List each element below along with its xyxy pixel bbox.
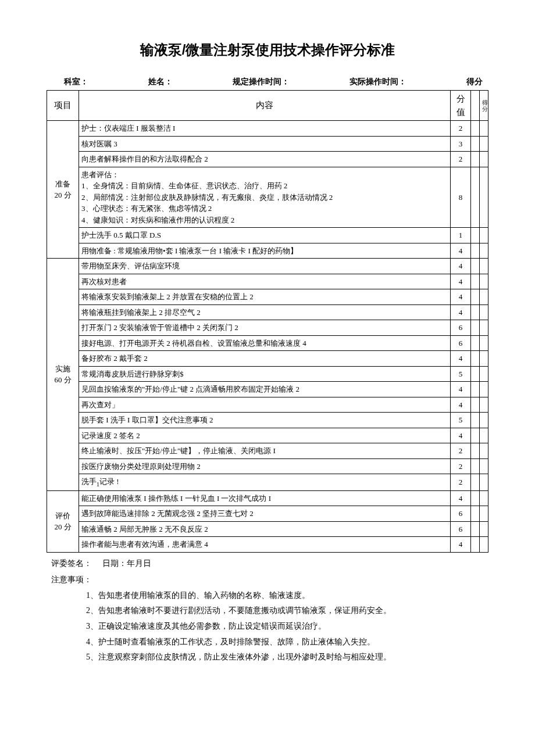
got-cell [480, 458, 488, 474]
got-cell [480, 167, 488, 228]
content-cell: 能正确使用输液泵 I 操作熟练 I 一针见血 I 一次排气成功 I [79, 490, 451, 506]
content-cell: 护士：仪表端庄 I 服装整洁 I [79, 121, 451, 137]
date-label: 日期：年月日 [102, 559, 151, 568]
table-row: 患者评估：1、全身情况：目前病情、生命体征、意识状态、治疗、用药 22、局部情况… [47, 167, 488, 228]
blank-cell [471, 474, 480, 491]
header-blank [471, 91, 480, 121]
table-row: 将输液泵安装到输液架上 2 并放置在安稳的位置上 24 [47, 289, 488, 305]
got-cell [480, 366, 488, 382]
got-cell [480, 506, 488, 522]
score-cell: 4 [451, 537, 471, 553]
content-cell: 常规消毒皮肤后进行静脉穿刺$ [79, 366, 451, 382]
blank-cell [471, 413, 480, 428]
label-dept: 科室： [64, 77, 88, 87]
got-cell [480, 335, 488, 351]
blank-cell [471, 490, 480, 506]
score-cell: 6 [451, 506, 471, 522]
table-row: 用物准备 : 常规输液用物•套 I 输液泵一台 I 输液卡 I 配好的药物】4 [47, 243, 488, 259]
score-cell: 2 [451, 443, 471, 459]
score-cell: 4 [451, 243, 471, 259]
got-cell [480, 289, 488, 305]
blank-cell [471, 537, 480, 553]
table-row: 接好电源、打开电源开关 2 待机器自检、设置输液总量和输液速度 46 [47, 335, 488, 351]
blank-cell [471, 274, 480, 289]
table-row: 评价20 分能正确使用输液泵 I 操作熟练 I 一针见血 I 一次排气成功 I4 [47, 490, 488, 506]
score-cell: 2 [451, 152, 471, 167]
table-row: 遇到故障能迅速排除 2 无菌观念强 2 坚持三查七对 26 [47, 506, 488, 522]
blank-cell [471, 506, 480, 522]
content-cell: 将输液瓶挂到输液架上 2 排尽空气 2 [79, 304, 451, 320]
blank-cell [471, 167, 480, 228]
content-cell: 按医疗废物分类处理原则处理用物 2 [79, 458, 451, 474]
scoring-table: 项目 内容 分值 得分 准备20 分护士：仪表端庄 I 服装整洁 I2核对医嘱 … [47, 90, 488, 553]
table-row: 实施60 分带用物至床旁、评估病室环境4 [47, 259, 488, 274]
content-cell: 备好胶布 2 戴手套 2 [79, 351, 451, 367]
label-act-time: 实际操作时间： [349, 77, 406, 87]
score-cell: 2 [451, 458, 471, 474]
got-cell [480, 413, 488, 428]
blank-cell [471, 289, 480, 305]
content-cell: 将输液泵安装到输液架上 2 并放置在安稳的位置上 2 [79, 289, 451, 305]
note-item: 注意观察穿刺部位皮肤情况，防止发生液体外渗，出现外渗时及时给与相应处理。 [86, 650, 488, 665]
blank-cell [471, 152, 480, 167]
content-cell: 护士洗手 0.5 戴口罩 D.S [79, 228, 451, 243]
note-item: 正确设定输液速度及其他必需参数，防止设定错误而延误治疗。 [86, 619, 488, 635]
table-row: 护士洗手 0.5 戴口罩 D.S1 [47, 228, 488, 243]
got-cell [480, 474, 488, 491]
header-item: 项目 [47, 91, 79, 121]
score-cell: 6 [451, 335, 471, 351]
got-cell [480, 243, 488, 259]
section-name: 评价20 分 [47, 490, 79, 552]
content-cell: 脱手套 I 洗手 I 取口罩】交代注意事项 2 [79, 413, 451, 428]
info-row: 科室： 姓名： 规定操作时间： 实际操作时间： 得分 [47, 77, 488, 90]
blank-cell [471, 335, 480, 351]
table-row: 再次核对患者4 [47, 274, 488, 289]
table-row: 终止输液时、按压"开始/停止″键】，停止输液、关闭电源 I2 [47, 443, 488, 459]
table-row: 输液通畅 2 局部无肿胀 2 无不良反应 26 [47, 521, 488, 537]
footer: 评委签名： 日期：年月日 注意事项： 告知患者使用输液泵的目的、输入药物的名称、… [47, 556, 488, 665]
table-row: 再次查对」4 [47, 397, 488, 413]
header-got: 得分 [480, 91, 488, 121]
got-cell [480, 351, 488, 367]
score-cell: 4 [451, 289, 471, 305]
blank-cell [471, 351, 480, 367]
got-cell [480, 397, 488, 413]
got-cell [480, 521, 488, 537]
blank-cell [471, 228, 480, 243]
section-name: 准备20 分 [47, 121, 79, 259]
score-cell: 4 [451, 259, 471, 274]
got-cell [480, 259, 488, 274]
content-cell: 带用物至床旁、评估病室环境 [79, 259, 451, 274]
got-cell [480, 136, 488, 152]
content-cell: 记录速度 2 签名 2 [79, 428, 451, 443]
got-cell [480, 382, 488, 397]
table-row: 见回血按输液泵的"开始/停止"键 2 点滴通畅用胶布固定开始输液 24 [47, 382, 488, 397]
score-cell: 4 [451, 397, 471, 413]
note-item: 护士随时查看输液泵的工作状态，及时排除警报、故障，防止液体输入失控。 [86, 635, 488, 650]
blank-cell [471, 443, 480, 459]
note-item: 告知患者输液时不要进行剧烈活动，不要随意搬动或调节输液泵，保证用药安全。 [86, 603, 488, 619]
label-score: 得分 [466, 77, 483, 87]
content-cell: 接好电源、打开电源开关 2 待机器自检、设置输液总量和输液速度 4 [79, 335, 451, 351]
got-cell [480, 428, 488, 443]
sign-label: 评委签名： [51, 559, 92, 568]
got-cell [480, 537, 488, 553]
table-row: 操作者能与患者有效沟通，患者满意 44 [47, 537, 488, 553]
table-row: 将输液瓶挂到输液架上 2 排尽空气 24 [47, 304, 488, 320]
score-cell: 6 [451, 320, 471, 336]
table-row: 脱手套 I 洗手 I 取口罩】交代注意事项 25 [47, 413, 488, 428]
got-cell [480, 443, 488, 459]
label-std-time: 规定操作时间： [233, 77, 290, 87]
content-cell: 终止输液时、按压"开始/停止″键】，停止输液、关闭电源 I [79, 443, 451, 459]
got-cell [480, 304, 488, 320]
blank-cell [471, 366, 480, 382]
header-score: 分值 [451, 91, 471, 121]
table-row: 向患者解释操作目的和方法取得配合 22 [47, 152, 488, 167]
blank-cell [471, 428, 480, 443]
table-row: 按医疗废物分类处理原则处理用物 22 [47, 458, 488, 474]
table-row: 洗手1记录 !2 [47, 474, 488, 491]
content-cell: 再次查对」 [79, 397, 451, 413]
blank-cell [471, 521, 480, 537]
blank-cell [471, 304, 480, 320]
notes-title: 注意事项： [51, 572, 488, 588]
